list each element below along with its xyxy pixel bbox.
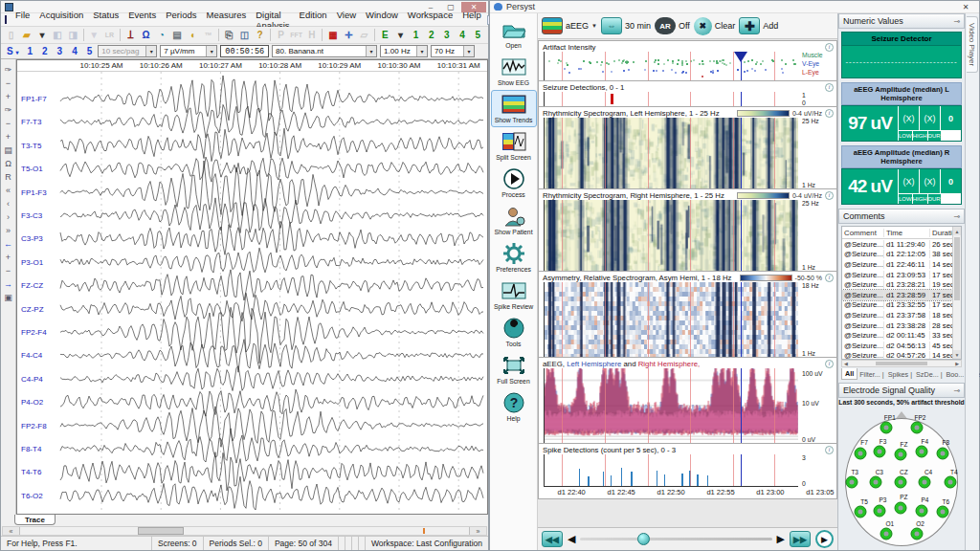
event-1-button[interactable]: 1 xyxy=(409,28,423,42)
montage-icon[interactable]: Ʇ xyxy=(123,28,138,42)
duration-button[interactable]: ⇔ 30 min xyxy=(601,17,651,34)
add-button[interactable]: ✚ Add xyxy=(739,17,778,34)
electrode-t3[interactable] xyxy=(845,476,858,489)
strip-tool-6[interactable]: ▤ xyxy=(2,143,14,156)
channel-label-p3-o1[interactable]: P3-O1 xyxy=(20,257,44,266)
comment-row[interactable]: @Seizure...d1 22:12:0538 sec xyxy=(842,250,952,260)
review-cursor[interactable] xyxy=(741,454,742,486)
channel-label-c4-p4[interactable]: C4-P4 xyxy=(20,374,44,383)
channel-label-f3-c3[interactable]: F3-C3 xyxy=(20,211,43,220)
strip-tool-8[interactable]: R xyxy=(2,170,14,183)
strip-tool-16[interactable]: → xyxy=(2,277,14,290)
crosshair-icon[interactable]: ✛ xyxy=(342,28,356,42)
sidebar-open-button[interactable]: Open xyxy=(491,15,537,53)
sidebar-help-button[interactable]: ?Help xyxy=(491,388,537,426)
comments-vscrollbar[interactable]: ▲ ▼ xyxy=(952,227,961,359)
electrode-p4[interactable] xyxy=(915,504,927,517)
slider-thumb[interactable] xyxy=(637,533,650,545)
impedance-icon[interactable]: Ω xyxy=(139,28,153,42)
review-cursor[interactable] xyxy=(741,92,742,106)
comment-row[interactable]: @Seizure...d1 23:38:2828 sec xyxy=(842,320,952,331)
cursor-marker[interactable] xyxy=(734,52,747,62)
caret-button[interactable]: ▾ xyxy=(34,28,49,42)
electrode-p3[interactable] xyxy=(873,504,885,517)
comment-row[interactable]: @Seizure...d1 23:09:5317 sec xyxy=(842,270,952,280)
channel-label-t3-t5[interactable]: T3-T5 xyxy=(20,141,42,149)
event-3-button[interactable]: 3 xyxy=(439,28,454,42)
column-header-duration[interactable]: Duration xyxy=(930,229,952,237)
channel-label-c3-p3[interactable]: C3-P3 xyxy=(20,234,44,243)
comment-row[interactable]: @Seizure...d2 04:56:1345 sec xyxy=(842,341,952,351)
comment-row[interactable]: @Seizure...d1 23:32:5517 sec xyxy=(842,300,952,311)
channel-label-fp2-f8[interactable]: FP2-F8 xyxy=(20,421,48,430)
position-slider[interactable] xyxy=(580,538,771,540)
sidebar-full-screen-button[interactable]: Full Screen xyxy=(491,351,537,388)
channel-label-fz-cz[interactable]: FZ-CZ xyxy=(20,281,44,290)
comments-column-headers[interactable]: CommentTimeDuration xyxy=(842,227,952,239)
electrode-fp1[interactable] xyxy=(880,422,893,434)
sidebar-split-screen-button[interactable]: Split Screen xyxy=(491,127,537,165)
montage-select[interactable]: 80. Banana.nt▾ xyxy=(272,45,377,57)
trace-tab[interactable]: Trace xyxy=(14,515,56,525)
comments-tab-all[interactable]: All xyxy=(841,368,858,380)
event-4-button[interactable]: 4 xyxy=(455,28,469,42)
comment-row[interactable]: @Seizure...d2 04:57:2614 sec xyxy=(842,351,952,359)
channel-label-p4-o2[interactable]: P4-O2 xyxy=(20,398,44,407)
column-header-comment[interactable]: Comment xyxy=(842,229,884,237)
strip-tool-17[interactable]: ▣ xyxy=(2,291,14,303)
info-icon[interactable]: i xyxy=(825,191,834,200)
sound-icon[interactable]: ◖ xyxy=(185,28,199,42)
channel-label-t5-o1[interactable]: T5-O1 xyxy=(20,165,44,173)
play-button[interactable]: ▶ xyxy=(815,530,834,548)
timebase-select[interactable]: 10 sec/pag▾ xyxy=(98,45,157,57)
electrode-pz[interactable] xyxy=(894,501,906,514)
strip-tool-0[interactable]: ✑ xyxy=(2,63,14,76)
strip-tool-14[interactable]: + xyxy=(2,251,14,263)
comments-hscrollbar[interactable]: ◀▶ xyxy=(841,360,962,367)
electrode-t5[interactable] xyxy=(855,506,867,518)
print-icon[interactable]: ⎘ xyxy=(222,28,236,42)
scroll-right-button[interactable]: » xyxy=(469,527,486,535)
strip-tool-5[interactable]: + xyxy=(2,130,14,143)
electrode-c4[interactable] xyxy=(919,476,931,489)
strip-tool-2[interactable]: + xyxy=(2,90,14,102)
info-icon[interactable]: i xyxy=(825,43,834,52)
channel-label-f4-c4[interactable]: F4-C4 xyxy=(20,351,43,360)
strip-tool-9[interactable]: « xyxy=(2,184,14,196)
print-preview-icon[interactable]: ◫ xyxy=(237,28,252,42)
eeg-hscrollbar[interactable]: « » xyxy=(2,526,487,536)
comment-row[interactable]: @Seizure...d1 11:29:4026 sec xyxy=(842,239,952,250)
review-cursor[interactable] xyxy=(741,282,742,357)
sidebar-preferences-button[interactable]: Preferences xyxy=(491,239,537,276)
event-label-button[interactable]: E xyxy=(378,28,392,42)
sidebar-show-eeg-button[interactable]: Show EEG xyxy=(491,53,537,90)
channel-label-fp2-f4[interactable]: FP2-F4 xyxy=(20,328,48,337)
low-filter-select[interactable]: 1.00 Hz▾ xyxy=(380,45,428,57)
clock-icon[interactable]: ◔ xyxy=(154,28,168,42)
channel-label-fp1-f7[interactable]: FP1-F7 xyxy=(20,95,48,103)
comment-row[interactable]: @Seizure...d1 23:37:5818 sec xyxy=(842,310,952,320)
channel-label-cz-pz[interactable]: CZ-PZ xyxy=(20,304,45,313)
strip-tool-12[interactable]: » xyxy=(2,224,14,236)
electrode-f4[interactable] xyxy=(915,446,927,458)
comments-tab-filter[interactable]: Filter... | xyxy=(858,369,885,380)
info-icon[interactable]: i xyxy=(825,446,834,454)
clear-button[interactable]: ✖ Clear xyxy=(694,17,736,35)
scroll-up-arrow[interactable]: ▲ xyxy=(953,227,961,235)
sidebar-show-patient-button[interactable]: Show Patient xyxy=(491,202,537,239)
column-header-time[interactable]: Time xyxy=(884,229,930,237)
channel-label-fp1-f3[interactable]: FP1-F3 xyxy=(20,187,48,196)
comment-row[interactable]: @Seizure...d1 23:28:2119 sec xyxy=(842,279,952,290)
artifact-reduction-button[interactable]: AR Off xyxy=(655,17,690,34)
video-player-tab[interactable]: Video Player xyxy=(967,16,978,73)
review-cursor[interactable] xyxy=(741,200,742,271)
screen-2[interactable]: 2 xyxy=(39,46,51,56)
channel-label-t4-t6[interactable]: T4-T6 xyxy=(20,468,42,476)
strip-tool-10[interactable]: ‹ xyxy=(2,197,14,209)
electrode-fz[interactable] xyxy=(894,449,906,461)
info-icon[interactable]: i xyxy=(825,360,834,368)
electrode-fp2[interactable] xyxy=(910,422,923,434)
step-back-button[interactable]: ◀ xyxy=(568,533,575,545)
electrode-f3[interactable] xyxy=(873,446,885,458)
sensitivity-select[interactable]: 7 µV/mm▾ xyxy=(160,45,217,57)
